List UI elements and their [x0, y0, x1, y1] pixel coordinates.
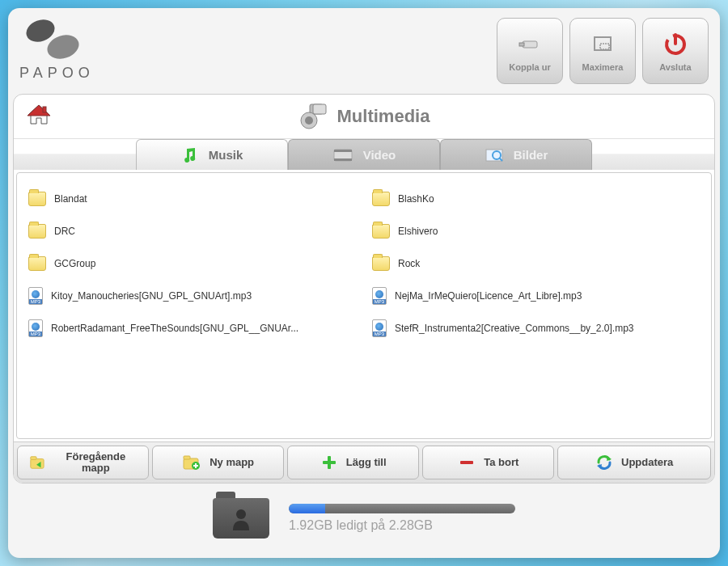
svg-marker-9	[28, 105, 50, 116]
list-item[interactable]: Elshivero	[369, 217, 703, 246]
storage-bar	[289, 504, 515, 513]
prev-folder-label: Föregående mapp	[55, 451, 137, 475]
folder-icon	[372, 224, 390, 239]
svg-rect-10	[43, 107, 46, 112]
images-icon	[485, 147, 504, 163]
file-list: Blandat BlashKo DRC Elshivero GCGroup Ro…	[16, 172, 712, 439]
disconnect-label: Koppla ur	[509, 62, 550, 72]
home-button[interactable]	[25, 103, 53, 130]
user-folder-icon	[213, 498, 269, 539]
brand-text: PAPOO	[19, 65, 95, 82]
svg-rect-3	[519, 43, 524, 46]
minus-icon	[458, 454, 476, 471]
app-window: PAPOO Koppla ur Maximera	[8, 8, 720, 558]
home-icon	[25, 103, 53, 127]
maximize-button[interactable]: Maximera	[569, 18, 636, 84]
tab-video[interactable]: Video	[288, 139, 440, 170]
header: PAPOO Koppla ur Maximera	[13, 13, 715, 94]
svg-rect-12	[313, 104, 326, 114]
title-bar: Multimedia	[14, 95, 714, 138]
mp3-icon	[28, 319, 43, 337]
mp3-icon	[28, 287, 43, 305]
video-icon	[332, 147, 353, 163]
mp3-icon	[372, 319, 387, 337]
list-item[interactable]: NejMa_IrMeQuiero[Licence_Art_Libre].mp3	[369, 281, 703, 310]
tab-video-label: Video	[363, 148, 396, 162]
page-title: Multimedia	[337, 106, 430, 127]
svg-point-34	[236, 509, 246, 519]
prev-folder-button[interactable]: Föregående mapp	[17, 446, 149, 479]
header-buttons: Koppla ur Maximera Avsluta	[497, 18, 709, 84]
list-item[interactable]: DRC	[25, 217, 359, 246]
list-item[interactable]: GCGroup	[25, 249, 359, 278]
svg-rect-25	[184, 456, 190, 459]
svg-point-14	[305, 116, 313, 125]
tab-music-label: Musik	[209, 148, 243, 162]
svg-rect-30	[323, 461, 336, 464]
mp3-icon	[372, 287, 387, 305]
maximize-label: Maximera	[582, 62, 624, 72]
svg-rect-5	[600, 44, 609, 49]
folder-icon	[28, 224, 46, 239]
multimedia-icon	[298, 103, 328, 130]
list-item[interactable]: BlashKo	[369, 184, 703, 213]
remove-label: Ta bort	[484, 457, 518, 468]
storage-fill	[289, 504, 325, 513]
add-button[interactable]: Lägg till	[287, 446, 419, 479]
page-title-wrap: Multimedia	[298, 103, 430, 130]
list-item[interactable]: Kitoy_Manoucheries[GNU_GPL_GNUArt].mp3	[25, 281, 359, 310]
svg-rect-16	[334, 150, 352, 152]
folder-back-icon	[29, 454, 47, 471]
svg-rect-17	[334, 158, 352, 161]
power-icon	[662, 30, 689, 57]
plus-icon	[320, 454, 338, 471]
refresh-button[interactable]: Uppdatera	[557, 446, 711, 479]
storage-info: 1.92GB ledigt på 2.28GB	[289, 504, 515, 533]
quit-button[interactable]: Avsluta	[642, 18, 709, 84]
storage-text: 1.92GB ledigt på 2.28GB	[289, 518, 515, 533]
music-icon	[181, 146, 199, 164]
svg-rect-22	[31, 457, 36, 460]
logo: PAPOO	[19, 18, 95, 82]
logo-icon	[19, 18, 92, 61]
folder-icon	[28, 192, 46, 206]
folder-icon	[372, 192, 390, 206]
usb-icon	[516, 30, 544, 57]
svg-rect-2	[523, 41, 537, 48]
new-folder-label: Ny mapp	[210, 457, 254, 468]
new-folder-button[interactable]: Ny mapp	[152, 446, 284, 479]
list-item[interactable]: RobertRadamant_FreeTheSounds[GNU_GPL__GN…	[25, 314, 359, 343]
svg-rect-31	[460, 461, 473, 464]
list-item[interactable]: Rock	[369, 249, 703, 278]
content-panel: Multimedia Musik Video	[13, 94, 715, 484]
tab-images-label: Bilder	[514, 148, 548, 162]
maximize-icon	[589, 30, 616, 57]
toolbar: Föregående mapp Ny mapp Lägg till	[14, 441, 714, 483]
disconnect-button[interactable]: Koppla ur	[497, 18, 563, 84]
svg-rect-21	[31, 458, 44, 468]
refresh-icon	[595, 454, 613, 471]
footer: 1.92GB ledigt på 2.28GB	[13, 484, 715, 553]
tab-images[interactable]: Bilder	[440, 139, 592, 170]
add-label: Lägg till	[346, 457, 387, 468]
quit-label: Avsluta	[659, 62, 691, 72]
remove-button[interactable]: Ta bort	[422, 446, 554, 479]
list-item[interactable]: StefR_Instrumenta2[Creative_Commons__by_…	[369, 314, 703, 343]
tab-music[interactable]: Musik	[136, 139, 288, 170]
list-item[interactable]: Blandat	[25, 184, 359, 213]
tabs: Musik Video Bilder	[14, 138, 714, 170]
folder-icon	[372, 256, 390, 271]
folder-new-icon	[182, 454, 201, 471]
folder-icon	[28, 256, 46, 271]
refresh-label: Uppdatera	[621, 457, 673, 468]
